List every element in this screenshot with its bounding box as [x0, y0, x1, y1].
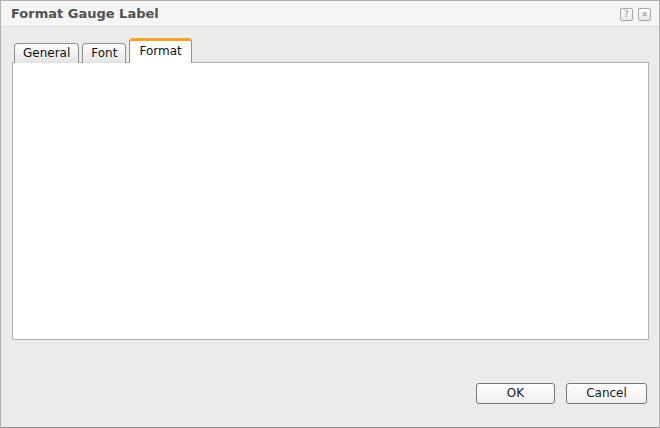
tab-bar: General Font Format: [14, 38, 192, 63]
format-gauge-label-dialog: Format Gauge Label ? ✕ General Font Form…: [0, 0, 660, 428]
tab-font[interactable]: Font: [82, 43, 126, 63]
dialog-title: Format Gauge Label: [11, 1, 159, 26]
dialog-titlebar[interactable]: Format Gauge Label ? ✕: [1, 1, 659, 27]
tab-general[interactable]: General: [14, 43, 79, 63]
cancel-button[interactable]: Cancel: [566, 383, 647, 404]
close-icon[interactable]: ✕: [638, 8, 651, 21]
ok-button[interactable]: OK: [476, 383, 555, 404]
tab-format[interactable]: Format: [129, 38, 191, 63]
format-tab-panel: [12, 62, 649, 340]
help-icon[interactable]: ?: [620, 8, 633, 21]
